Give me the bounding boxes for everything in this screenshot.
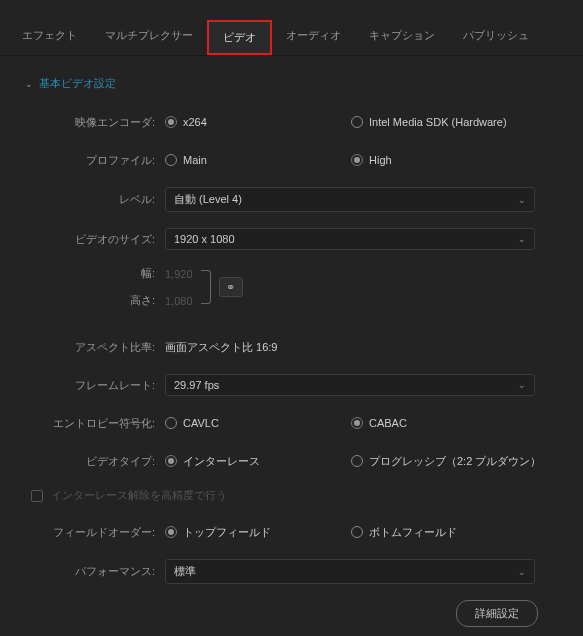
entropy-cabac-label: CABAC bbox=[369, 417, 407, 429]
fieldorder-bottom-label: ボトムフィールド bbox=[369, 525, 457, 540]
fieldorder-label: フィールドオーダー: bbox=[25, 525, 165, 540]
tab-audio[interactable]: オーディオ bbox=[272, 20, 355, 55]
videotype-interlace-label: インターレース bbox=[183, 454, 260, 469]
encoder-intel-radio[interactable] bbox=[351, 116, 363, 128]
chevron-down-icon: ⌄ bbox=[518, 380, 526, 390]
videosize-value: 1920 x 1080 bbox=[174, 233, 235, 245]
chevron-down-icon: ⌄ bbox=[518, 195, 526, 205]
width-label: 幅: bbox=[25, 266, 165, 281]
framerate-label: フレームレート: bbox=[25, 378, 165, 393]
section-header[interactable]: ⌄ 基本ビデオ設定 bbox=[25, 76, 558, 91]
profile-high-radio[interactable] bbox=[351, 154, 363, 166]
section-title: 基本ビデオ設定 bbox=[39, 76, 116, 91]
performance-label: パフォーマンス: bbox=[25, 564, 165, 579]
advanced-settings-button[interactable]: 詳細設定 bbox=[456, 600, 538, 627]
tab-caption[interactable]: キャプション bbox=[355, 20, 449, 55]
framerate-select[interactable]: 29.97 fps ⌄ bbox=[165, 374, 535, 396]
encoder-intel-label: Intel Media SDK (Hardware) bbox=[369, 116, 507, 128]
video-settings-panel: ⌄ 基本ビデオ設定 映像エンコーダ: x264 Intel Media SDK … bbox=[0, 56, 583, 636]
deinterlace-checkbox[interactable] bbox=[31, 490, 43, 502]
fieldorder-top-radio[interactable] bbox=[165, 526, 177, 538]
link-icon: ⚭ bbox=[226, 281, 235, 294]
videotype-label: ビデオタイプ: bbox=[25, 454, 165, 469]
level-value: 自動 (Level 4) bbox=[174, 192, 242, 207]
fieldorder-bottom-radio[interactable] bbox=[351, 526, 363, 538]
dimension-bracket bbox=[201, 270, 211, 304]
profile-high-label: High bbox=[369, 154, 392, 166]
entropy-label: エントロピー符号化: bbox=[25, 416, 165, 431]
link-dimensions-button[interactable]: ⚭ bbox=[219, 277, 243, 297]
entropy-cabac-radio[interactable] bbox=[351, 417, 363, 429]
encoder-x264-radio[interactable] bbox=[165, 116, 177, 128]
profile-main-label: Main bbox=[183, 154, 207, 166]
performance-select[interactable]: 標準 ⌄ bbox=[165, 559, 535, 584]
encoder-label: 映像エンコーダ: bbox=[25, 115, 165, 130]
level-label: レベル: bbox=[25, 192, 165, 207]
entropy-cavlc-radio[interactable] bbox=[165, 417, 177, 429]
tab-video[interactable]: ビデオ bbox=[207, 20, 272, 55]
profile-main-radio[interactable] bbox=[165, 154, 177, 166]
videosize-label: ビデオのサイズ: bbox=[25, 232, 165, 247]
profile-label: プロファイル: bbox=[25, 153, 165, 168]
tab-multiplexer[interactable]: マルチプレクサー bbox=[91, 20, 207, 55]
height-label: 高さ: bbox=[25, 293, 165, 308]
framerate-value: 29.97 fps bbox=[174, 379, 219, 391]
performance-value: 標準 bbox=[174, 564, 196, 579]
entropy-cavlc-label: CAVLC bbox=[183, 417, 219, 429]
tab-bar: エフェクト マルチプレクサー ビデオ オーディオ キャプション パブリッシュ bbox=[0, 0, 583, 56]
height-value[interactable]: 1,080 bbox=[165, 295, 193, 307]
fieldorder-top-label: トップフィールド bbox=[183, 525, 271, 540]
tab-effect[interactable]: エフェクト bbox=[8, 20, 91, 55]
chevron-down-icon: ⌄ bbox=[518, 234, 526, 244]
encoder-x264-label: x264 bbox=[183, 116, 207, 128]
videotype-progressive-radio[interactable] bbox=[351, 455, 363, 467]
chevron-down-icon: ⌄ bbox=[518, 567, 526, 577]
chevron-down-icon: ⌄ bbox=[25, 79, 33, 89]
videosize-select[interactable]: 1920 x 1080 ⌄ bbox=[165, 228, 535, 250]
width-value[interactable]: 1,920 bbox=[165, 268, 193, 280]
tab-publish[interactable]: パブリッシュ bbox=[449, 20, 543, 55]
videotype-interlace-radio[interactable] bbox=[165, 455, 177, 467]
videotype-progressive-label: プログレッシブ（2:2 プルダウン） bbox=[369, 454, 541, 469]
level-select[interactable]: 自動 (Level 4) ⌄ bbox=[165, 187, 535, 212]
deinterlace-label: インターレース解除を高精度で行う bbox=[51, 488, 227, 503]
aspect-value: 画面アスペクト比 16:9 bbox=[165, 340, 277, 355]
aspect-label: アスペクト比率: bbox=[25, 340, 165, 355]
